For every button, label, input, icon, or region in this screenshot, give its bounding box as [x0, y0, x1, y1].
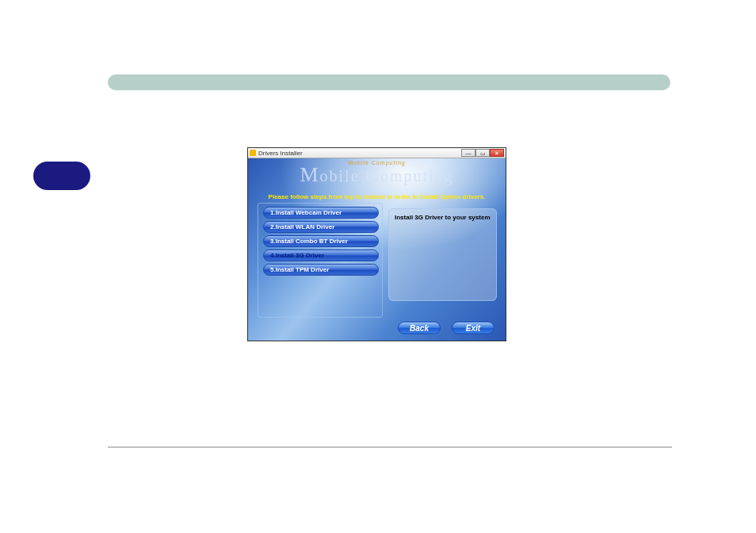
app-icon	[250, 150, 256, 156]
exit-button[interactable]: Exit	[452, 322, 494, 334]
installer-window: Drivers Installer — ▭ ✕ Mobile Computing…	[247, 147, 506, 341]
install-3g-driver-button[interactable]: 4.Install 3G Driver	[263, 249, 379, 261]
driver-list-panel: 1.Install Webcam Driver 2.Install WLAN D…	[258, 203, 383, 318]
install-webcam-driver-button[interactable]: 1.Install Webcam Driver	[263, 207, 379, 219]
back-button[interactable]: Back	[398, 322, 441, 334]
window-controls: — ▭ ✕	[461, 149, 504, 157]
logo-title: Mobile Computing	[248, 163, 506, 187]
button-label: 1.Install Webcam Driver	[270, 209, 342, 216]
minimize-icon: —	[466, 150, 472, 156]
maximize-icon: ▭	[480, 150, 486, 156]
page-header-bar	[108, 74, 670, 90]
maximize-button[interactable]: ▭	[475, 149, 490, 157]
close-button[interactable]: ✕	[490, 149, 504, 157]
page-divider	[108, 447, 672, 447]
install-combo-bt-driver-button[interactable]: 3.Install Combo BT Driver	[263, 235, 379, 247]
button-label: Back	[410, 324, 429, 333]
bottom-buttons: Back Exit	[398, 322, 494, 334]
instruction-text: Please follow steps from top to bottom i…	[248, 193, 506, 200]
side-badge	[33, 162, 90, 190]
info-text: Install 3G Driver to your system	[395, 214, 491, 221]
button-label: 5.Install TPM Driver	[270, 266, 329, 273]
button-label: 2.Install WLAN Driver	[270, 223, 334, 230]
titlebar: Drivers Installer — ▭ ✕	[248, 148, 506, 158]
window-title: Drivers Installer	[258, 150, 461, 157]
logo: Mobile Computing Mobile Computing	[248, 160, 506, 187]
close-icon: ✕	[494, 150, 499, 156]
button-label: 3.Install Combo BT Driver	[270, 238, 348, 245]
minimize-button[interactable]: —	[461, 149, 475, 157]
button-label: 4.Install 3G Driver	[270, 252, 324, 259]
install-wlan-driver-button[interactable]: 2.Install WLAN Driver	[263, 221, 379, 233]
install-tpm-driver-button[interactable]: 5.Install TPM Driver	[263, 264, 379, 276]
installer-body: Mobile Computing Mobile Computing Please…	[248, 158, 506, 341]
info-panel: Install 3G Driver to your system	[388, 208, 497, 301]
button-label: Exit	[466, 324, 480, 333]
